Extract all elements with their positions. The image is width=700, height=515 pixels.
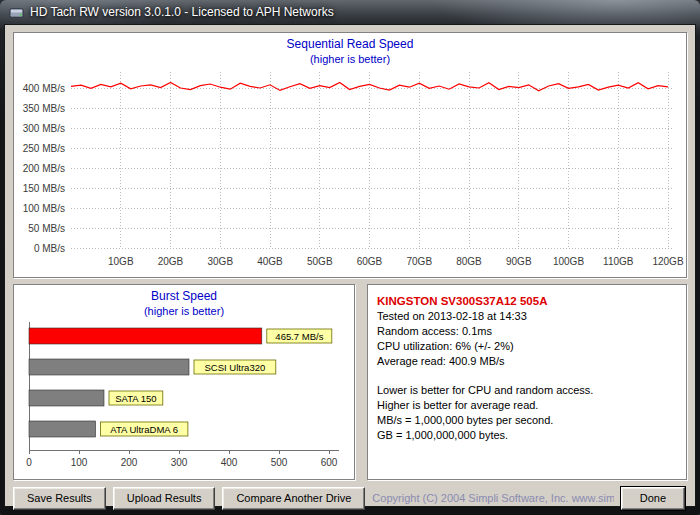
svg-text:150 MB/s: 150 MB/s — [23, 183, 65, 194]
svg-text:400: 400 — [221, 457, 238, 468]
svg-text:0: 0 — [26, 457, 32, 468]
window-titlebar[interactable]: HD Tach RW version 3.0.1.0 - Licensed to… — [4, 0, 696, 24]
client-area: Sequential Read Speed (higher is better)… — [4, 24, 696, 507]
svg-text:50 MB/s: 50 MB/s — [28, 223, 65, 234]
note-mbs-definition: MB/s = 1,000,000 bytes per second. — [377, 413, 677, 428]
sequential-read-panel: Sequential Read Speed (higher is better)… — [13, 32, 687, 278]
svg-text:40GB: 40GB — [257, 256, 283, 267]
svg-text:400 MB/s: 400 MB/s — [23, 83, 65, 94]
svg-text:500: 500 — [271, 457, 288, 468]
svg-text:110GB: 110GB — [603, 256, 634, 267]
svg-text:465.7 MB/s: 465.7 MB/s — [275, 331, 323, 342]
svg-text:SATA 150: SATA 150 — [115, 393, 156, 404]
svg-text:200: 200 — [121, 457, 138, 468]
svg-text:100: 100 — [71, 457, 88, 468]
drive-info-panel: KINGSTON SV300S37A12 505A Tested on 2013… — [367, 284, 687, 480]
svg-text:50GB: 50GB — [307, 256, 333, 267]
sequential-chart-subtitle: (higher is better) — [14, 52, 686, 66]
drive-name: KINGSTON SV300S37A12 505A — [377, 293, 677, 309]
note-gb-definition: GB = 1,000,000,000 bytes. — [377, 428, 677, 443]
svg-text:80GB: 80GB — [456, 256, 482, 267]
save-results-button[interactable]: Save Results — [13, 487, 106, 510]
burst-chart-title: Burst Speed — [14, 289, 354, 304]
svg-text:250 MB/s: 250 MB/s — [23, 143, 65, 154]
window-title: HD Tach RW version 3.0.1.0 - Licensed to… — [30, 5, 334, 19]
svg-text:100GB: 100GB — [553, 256, 584, 267]
note-higher-better: Higher is better for average read. — [377, 398, 677, 413]
svg-text:70GB: 70GB — [407, 256, 433, 267]
burst-chart-subtitle: (higher is better) — [14, 304, 354, 318]
svg-text:350 MB/s: 350 MB/s — [23, 103, 65, 114]
copyright-text: Copyright (C) 2004 Simpli Software, Inc.… — [372, 492, 613, 504]
sequential-chart-title: Sequential Read Speed — [14, 37, 686, 52]
svg-text:ATA UltraDMA 6: ATA UltraDMA 6 — [110, 424, 178, 435]
svg-text:SCSI Ultra320: SCSI Ultra320 — [205, 362, 266, 373]
svg-text:30GB: 30GB — [208, 256, 234, 267]
svg-text:20GB: 20GB — [158, 256, 184, 267]
svg-text:200 MB/s: 200 MB/s — [23, 163, 65, 174]
done-button[interactable]: Done — [621, 487, 685, 510]
info-line-random-access: Random access: 0.1ms — [377, 324, 677, 339]
info-line-average-read: Average read: 400.9 MB/s — [377, 354, 677, 369]
burst-speed-panel: Burst Speed (higher is better) 010020030… — [13, 284, 355, 480]
svg-text:300: 300 — [171, 457, 188, 468]
app-window: HD Tach RW version 3.0.1.0 - Licensed to… — [0, 0, 700, 515]
svg-text:120GB: 120GB — [652, 256, 683, 267]
sequential-read-chart: 400 MB/s350 MB/s300 MB/s250 MB/s200 MB/s… — [15, 66, 685, 272]
note-lower-better: Lower is better for CPU and random acces… — [377, 383, 677, 398]
burst-speed-chart: 0100200300400500600465.7 MB/sSCSI Ultra3… — [15, 318, 353, 476]
svg-text:600: 600 — [321, 457, 338, 468]
svg-text:300 MB/s: 300 MB/s — [23, 123, 65, 134]
bottom-row: Burst Speed (higher is better) 010020030… — [13, 284, 687, 480]
svg-text:90GB: 90GB — [506, 256, 532, 267]
svg-text:60GB: 60GB — [357, 256, 383, 267]
footer-toolbar: Save Results Upload Results Compare Anot… — [13, 486, 687, 510]
svg-text:0 MB/s: 0 MB/s — [34, 243, 65, 254]
info-line-tested: Tested on 2013-02-18 at 14:33 — [377, 309, 677, 324]
compare-another-drive-button[interactable]: Compare Another Drive — [222, 487, 365, 510]
info-spacer — [377, 369, 677, 383]
info-line-cpu-utilization: CPU utilization: 6% (+/- 2%) — [377, 339, 677, 354]
svg-text:100 MB/s: 100 MB/s — [23, 203, 65, 214]
hard-drive-icon — [8, 4, 24, 20]
svg-text:10GB: 10GB — [108, 256, 134, 267]
upload-results-button[interactable]: Upload Results — [113, 487, 216, 510]
